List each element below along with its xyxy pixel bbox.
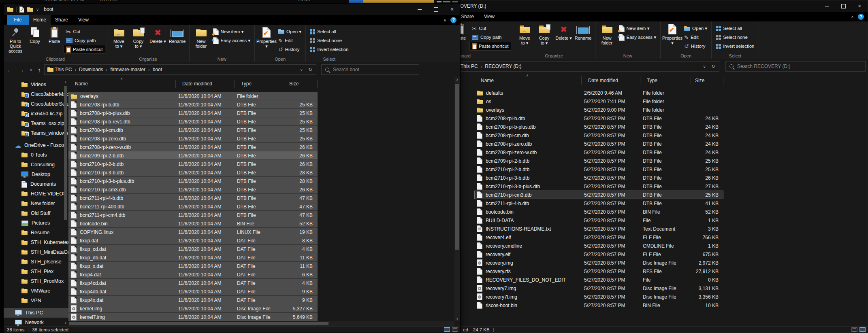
breadcrumb-item[interactable]: This PC [459,64,479,69]
file-row[interactable]: recover4.elf5/27/2020 8:57 PMELF File766… [474,233,723,242]
back-icon[interactable]: ← [7,66,13,73]
sidebar-item-desktop[interactable]: Desktop [4,170,68,179]
select-all-button[interactable]: Select all [714,24,756,32]
invert-selection-button[interactable]: Invert selection [714,42,756,50]
file-row[interactable]: bcm2710-rpi-cm3.dtb11/6/2020 10:04 AMDTB… [68,185,318,194]
file-row[interactable]: bootcode.bin11/6/2020 10:04 AMBIN File52… [68,219,318,228]
open-button[interactable]: Open ▾ [276,28,303,36]
forward-icon[interactable]: → [18,66,24,73]
collapse-ribbon-icon[interactable]: ∧ [444,18,446,22]
file-row[interactable]: INSTRUCTIONS-README.txt5/27/2020 8:57 PM… [474,225,723,233]
rename-button[interactable]: Rename [168,25,187,44]
invert-selection-button[interactable]: Invert selection [308,45,350,53]
file-row[interactable]: bcm2711-rpi-400.dtb11/6/2020 10:04 AMDTB… [68,202,318,211]
maximize-button[interactable] [835,0,851,12]
file-row[interactable]: bcm2711-rpi-cm4.dtb11/6/2020 10:04 AMDTB… [68,211,318,219]
file-row[interactable]: defaults2/5/2020 9:46 AMFile folder [474,89,723,97]
file-row[interactable]: bcm2708-rpi-b.dtb11/6/2020 10:04 AMDTB F… [68,100,318,109]
file-row[interactable]: bcm2710-rpi-3-b-plus.dtb11/6/2020 10:04 … [68,177,318,185]
file-row[interactable]: bcm2710-rpi-cm3.dtb5/27/2020 8:57 PMDTB … [474,191,723,199]
file-row[interactable]: os5/27/2020 7:41 PMFile folder [474,97,723,106]
edit-button[interactable]: ✎Edit [682,33,709,41]
minimize-button[interactable] [819,0,835,12]
copy-to-button[interactable]: Copy to ▾ [129,25,148,49]
paste-button[interactable]: Paste [45,25,64,44]
breadcrumb[interactable]: This PC›RECOVERY (D:) ∨ ↻ [450,61,719,72]
sidebar-item-icx6450-lic-zip[interactable]: Zicx6450-lic.zip [4,109,68,119]
sidebar-item-network[interactable]: Network [4,318,68,326]
file-row[interactable]: fixup.dat11/6/2020 10:04 AMDAT File8 KB [68,236,318,245]
breadcrumb-item[interactable]: This PC [53,67,73,72]
file-row[interactable]: fixup_db.dat11/6/2020 10:04 AMDAT File11… [68,253,318,262]
delete-button[interactable]: ✖Delete ▾ [554,22,574,40]
copy-button[interactable]: Copy [25,25,45,44]
sidebar-item-videos[interactable]: Videos [4,80,68,89]
up-icon[interactable]: ↑ [38,66,41,73]
sidebar-item-consulting[interactable]: Consulting [4,160,68,170]
file-row[interactable]: bcm2708-rpi-zero-w.dtb5/27/2020 8:57 PMD… [474,148,723,157]
cut-button[interactable]: ✂Cut [470,24,511,32]
horizontal-scrollbar[interactable] [68,321,454,326]
file-row[interactable]: fixup4x.dat11/6/2020 10:04 AMDAT File9 K… [68,296,318,304]
sidebar-item-sth-kubernetes[interactable]: STH_Kubernetes [4,238,68,247]
thumbnails-view-icon[interactable] [859,327,866,332]
sidebar-item-onedrive-fusco[interactable]: ☁OneDrive - Fusco. [4,140,68,150]
file-row[interactable]: bcm2708-rpi-b-rev1.dtb11/6/2020 10:04 AM… [68,117,318,126]
file-row[interactable]: fixup_x.dat11/6/2020 10:04 AMDAT File11 … [68,262,318,270]
delete-button[interactable]: ✖Delete ▾ [148,25,168,44]
file-row[interactable]: recovery.rfs5/27/2020 8:57 PMRFS File27,… [474,267,723,276]
file-row[interactable]: bcm2710-rpi-3-b.dtb5/27/2020 8:57 PMDTB … [474,174,723,182]
breadcrumb-item[interactable]: boot [151,67,163,72]
copy-to-button[interactable]: Copy to ▾ [535,22,554,45]
file-row[interactable]: kernel7.img11/6/2020 10:04 AMDisc Image … [68,313,318,321]
file-row[interactable]: COPYING.linux11/6/2020 10:04 AMLINUX Fil… [68,228,318,236]
paste-shortcut-button[interactable]: Paste shortcut [64,45,105,53]
file-row[interactable]: kernel.img11/6/2020 10:04 AMDisc Image F… [68,304,318,313]
file-row[interactable]: bcm2710-rpi-3-b-plus.dtb5/27/2020 8:57 P… [474,182,723,191]
sidebar-item-home-videos[interactable]: HOME VIDEOS [4,189,68,199]
new-item-button[interactable]: New item ▾ [617,24,659,32]
column-header-type[interactable]: Type [640,76,691,85]
copy-path-button[interactable]: Copy path [470,33,511,41]
search-input[interactable] [332,66,415,73]
easy-access-button[interactable]: Easy access ▾ [617,33,659,41]
sidebar-item-teams-osx-zip[interactable]: ZTeams_osx.zip [4,119,68,128]
breadcrumb-item[interactable]: Downloads [78,67,104,72]
refresh-icon[interactable]: ↻ [711,64,715,69]
history-button[interactable]: ↺History [682,42,709,50]
sidebar-scrollbar[interactable]: ∧ ∨ [64,81,68,325]
close-button[interactable]: × [444,4,460,15]
qat-properties-icon[interactable]: ✔ [19,6,24,13]
file-row[interactable]: recovery.img5/27/2020 8:57 PMDisc Image … [474,259,723,267]
sidebar-item-this-pc[interactable]: This PC [4,308,68,318]
recent-locations-chevron-icon[interactable]: ∨ [30,68,32,72]
paste-shortcut-button[interactable]: Paste shortcut [470,42,511,50]
sidebar-item-resume[interactable]: Resume [4,228,68,238]
file-row[interactable]: recovery7.img5/27/2020 8:57 PMDisc Image… [474,284,723,293]
file-row[interactable]: fixup_cd.dat11/6/2020 10:04 AMDAT File4 … [68,245,318,253]
minimize-button[interactable] [412,4,428,15]
file-row[interactable]: fixup4db.dat11/6/2020 10:04 AMDAT File9 … [68,287,318,296]
qat-new-folder-icon[interactable] [27,7,33,12]
new-item-button[interactable]: New item ▾ [211,28,253,36]
sidebar-item-0-tools[interactable]: 0 Tools [4,150,68,160]
file-row[interactable]: bcm2711-rpi-4-b.dtb5/27/2020 8:57 PMDTB … [474,199,723,208]
select-all-button[interactable]: Select all [308,28,350,36]
tab-view[interactable]: View [73,15,94,25]
file-row[interactable]: recovery.cmdline5/27/2020 8:57 PMCMDLINE… [474,242,723,250]
file-row[interactable]: bcm2709-rpi-2-b.dtb5/27/2020 8:57 PMDTB … [474,157,723,165]
file-row[interactable]: bcm2708-rpi-b-plus.dtb5/27/2020 8:57 PMD… [474,123,723,131]
file-row[interactable]: bcm2708-rpi-b-plus.dtb11/6/2020 10:04 AM… [68,109,318,117]
breadcrumb-item[interactable]: RECOVERY (D:) [484,64,523,69]
breadcrumb[interactable]: This PC›Downloads›firmware-master›boot ∨… [44,64,316,75]
title-bar[interactable]: ✔ ∨ RECOVERY (D:) × [409,0,868,12]
tab-home[interactable]: Home [29,15,51,25]
scroll-down-icon[interactable]: ∨ [64,321,68,325]
tab-view[interactable]: View [478,12,500,21]
file-row[interactable]: bcm2711-rpi-4-b.dtb11/6/2020 10:04 AMDTB… [68,194,318,202]
sidebar-item-sth-minidatace[interactable]: STH_MiniDataCe [4,247,68,257]
scrollbar-thumb[interactable] [455,84,459,250]
file-row[interactable]: bcm2709-rpi-2-b.dtb11/6/2020 10:04 AMDTB… [68,151,318,160]
column-header-date[interactable]: Date modified [176,80,235,88]
easy-access-button[interactable]: Easy access ▾ [211,36,253,45]
